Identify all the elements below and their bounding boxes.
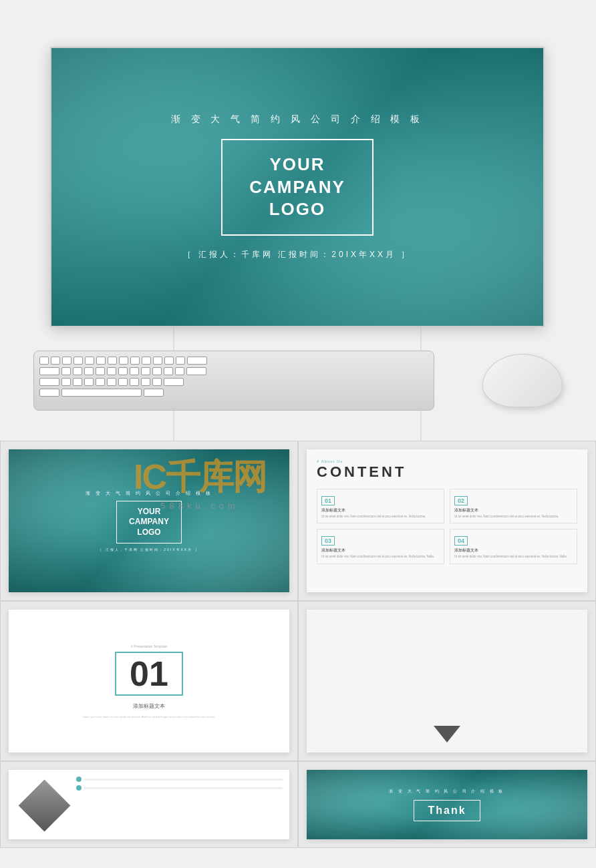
- dot-circle-2: [76, 785, 82, 791]
- s2-item-01: 01 添加标题文本 Ut sit amet dolor nisi. Nam co…: [317, 489, 444, 523]
- slide-cell-3[interactable]: # Presentation Template 01 添加标题文本 I have…: [0, 601, 298, 761]
- s1-logo-box: YOUR CAMPANY LOGO: [116, 501, 182, 544]
- s2-title-02: 添加标题文本: [454, 507, 573, 513]
- dot-line-1: [84, 779, 283, 781]
- key: [152, 367, 162, 375]
- hero-logo-box: YOUR CAMPANY LOGO: [221, 139, 374, 236]
- photo-dot-item-2: [76, 785, 283, 791]
- key: [142, 357, 151, 365]
- slide-inner-1: 渐 变 大 气 简 约 风 公 司 介 绍 模 板 YOUR CAMPANY L…: [9, 449, 289, 592]
- key: [39, 367, 59, 375]
- key: [176, 357, 185, 365]
- s3-add-title: 添加标题文本: [22, 702, 276, 710]
- mouse-image: [482, 354, 563, 407]
- key: [164, 357, 174, 365]
- key: [118, 378, 128, 386]
- key: [61, 367, 71, 375]
- key: [141, 378, 150, 386]
- key: [187, 357, 207, 365]
- keyboard-image: [33, 351, 434, 411]
- s2-title-04: 添加标题文本: [454, 548, 573, 554]
- slide-cell-1[interactable]: 渐 变 大 气 简 约 风 公 司 介 绍 模 板 YOUR CAMPANY L…: [0, 441, 298, 601]
- key: [141, 367, 150, 375]
- s2-main-title: CONTENT: [317, 463, 577, 481]
- s2-num-01: 01: [321, 496, 335, 505]
- key: [84, 367, 94, 375]
- key: [107, 367, 116, 375]
- s2-body-01: Ut sit amet dolor nisi. Nam condimentum …: [321, 515, 440, 519]
- key: [152, 378, 162, 386]
- slide-inner-6: 渐 变 大 气 简 约 风 公 司 介 绍 模 板 Thank: [307, 770, 587, 839]
- slide-inner-3: # Presentation Template 01 添加标题文本 I have…: [9, 610, 289, 752]
- s2-body-02: Ut sit amet dolor nisi. Nam condimentum …: [454, 515, 573, 519]
- key: [39, 378, 59, 386]
- s2-body-04: Ut sit amet dolor nisi. Nam condimentum …: [454, 555, 573, 559]
- s6-thank-box: Thank: [414, 800, 480, 821]
- key: [96, 357, 106, 365]
- slide-cell-6[interactable]: 渐 变 大 气 简 约 风 公 司 介 绍 模 板 Thank: [298, 761, 596, 848]
- key-space: [61, 389, 142, 397]
- s2-num-03: 03: [321, 536, 335, 546]
- slide-cell-2[interactable]: # About Us CONTENT 01 添加标题文本 Ut sit amet…: [298, 441, 596, 601]
- s3-template: # Presentation Template: [22, 644, 276, 648]
- slide-cell-4[interactable]: [298, 601, 596, 761]
- s1-title-cn: 渐 变 大 气 简 约 风 公 司 介 绍 模 板: [86, 490, 212, 497]
- s2-item-04: 04 添加标题文本 Ut sit amet dolor nisi. Nam co…: [450, 529, 577, 564]
- key: [153, 357, 162, 365]
- s2-num-04: 04: [454, 536, 468, 546]
- key: [107, 378, 116, 386]
- slide-inner-4: [307, 610, 587, 752]
- key: [144, 389, 164, 397]
- key: [130, 357, 140, 365]
- key: [39, 357, 49, 365]
- hero-slide: 渐 变 大 气 简 约 风 公 司 介 绍 模 板 YOUR CAMPANY L…: [50, 47, 545, 327]
- key: [51, 357, 60, 365]
- key: [186, 367, 206, 375]
- key: [73, 367, 82, 375]
- key: [108, 357, 117, 365]
- s6-title-cn: 渐 变 大 气 简 约 风 公 司 介 绍 模 板: [389, 789, 504, 795]
- key: [61, 378, 71, 386]
- s2-item-03: 03 添加标题文本 Ut sit amet dolor nisi. Nam co…: [317, 529, 444, 564]
- slides-grid: 渐 变 大 气 简 约 风 公 司 介 绍 模 板 YOUR CAMPANY L…: [0, 441, 596, 848]
- slide-cell-5[interactable]: [0, 761, 298, 848]
- key: [39, 389, 59, 397]
- slide-inner-2: # About Us CONTENT 01 添加标题文本 Ut sit amet…: [307, 449, 587, 592]
- s1-subtitle: ［ 汇报人：千库网 汇报时间：20IX年XX月 ］: [98, 548, 199, 552]
- key: [130, 378, 139, 386]
- key: [130, 367, 139, 375]
- key: [96, 367, 105, 375]
- key: [164, 378, 184, 386]
- hero-title-cn: 渐 变 大 气 简 约 风 公 司 介 绍 模 板: [171, 114, 424, 126]
- key: [73, 357, 83, 365]
- key: [119, 357, 128, 365]
- slide-inner-5: [9, 770, 289, 839]
- s3-number: 01: [115, 652, 183, 696]
- s2-body-03: Ut sit amet dolor nisi. Nam condimentum …: [321, 555, 440, 559]
- key: [164, 367, 173, 375]
- key: [175, 367, 184, 375]
- s2-title-01: 添加标题文本: [321, 507, 440, 513]
- key: [73, 378, 82, 386]
- s6-thank-text: Thank: [428, 805, 466, 817]
- s1-logo-text: YOUR CAMPANY LOGO: [129, 507, 169, 538]
- dot-circle-1: [76, 777, 82, 782]
- s2-num-02: 02: [454, 496, 468, 505]
- dot-line-2: [84, 787, 283, 789]
- keyboard-area: [0, 341, 596, 421]
- photo-dot-item-1: [76, 777, 283, 782]
- hero-logo-text: YOUR CAMPANY LOGO: [249, 154, 345, 221]
- hero-subtitle: ［ 汇报人：千库网 汇报时间：20IX年XX月 ］: [183, 249, 412, 260]
- key: [118, 367, 128, 375]
- key: [96, 378, 105, 386]
- key: [84, 378, 94, 386]
- s2-title-03: 添加标题文本: [321, 548, 440, 554]
- key: [85, 357, 94, 365]
- s2-item-02: 02 添加标题文本 Ut sit amet dolor nisi. Nam co…: [450, 489, 577, 523]
- s3-quote: I have you more than I ve ever loved any…: [22, 715, 276, 718]
- s2-items-grid: 01 添加标题文本 Ut sit amet dolor nisi. Nam co…: [317, 489, 577, 564]
- key: [62, 357, 71, 365]
